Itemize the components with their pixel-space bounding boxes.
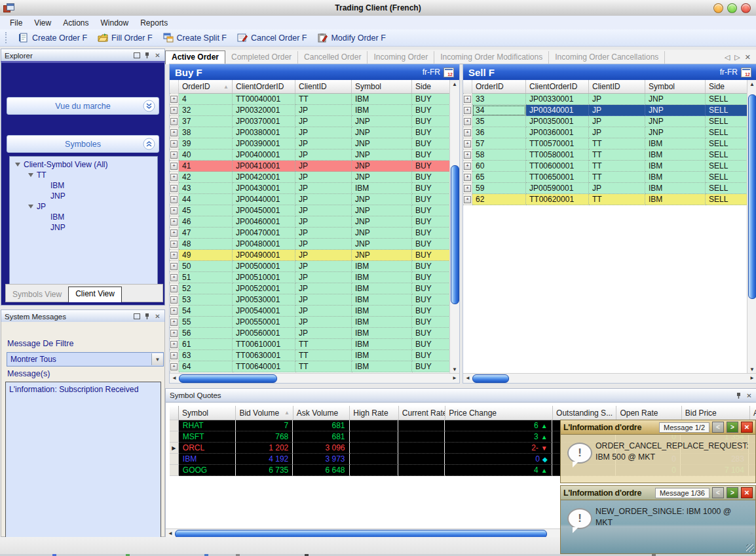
column-header-orderid[interactable]: OrderID xyxy=(472,80,526,94)
order-row-65[interactable]: +65TT00650001TTIBMSELL xyxy=(463,172,747,183)
order-row-64[interactable]: +64TT00640001TTIBMBUY xyxy=(170,361,450,372)
close-popup-button[interactable]: ✕ xyxy=(741,487,753,498)
order-row-53[interactable]: +53JP00530001JPIBMBUY xyxy=(170,294,450,306)
expand-row-icon[interactable]: + xyxy=(464,185,471,192)
expand-row-icon[interactable]: + xyxy=(170,363,178,370)
float-window-icon[interactable] xyxy=(133,313,140,320)
expand-row-icon[interactable]: + xyxy=(170,252,178,259)
column-header-outstanding-s-[interactable]: Outstanding S... xyxy=(553,406,616,420)
expand-row-icon[interactable]: + xyxy=(170,151,178,159)
column-header-price-change[interactable]: Price Change xyxy=(445,406,553,420)
order-row-56[interactable]: +56JP00560001JPIBMBUY xyxy=(170,328,450,339)
calendar-icon[interactable] xyxy=(741,68,751,77)
order-row-37[interactable]: +37JP00370001JPJNPBUY xyxy=(170,116,450,127)
order-row-46[interactable]: +46JP00460001JPJNPBUY xyxy=(170,216,450,228)
expand-row-icon[interactable]: + xyxy=(170,330,178,337)
tree-item-client-symbol-view-all-[interactable]: Client-Symbol View (All) xyxy=(10,159,157,170)
sell-vertical-scrollbar[interactable]: ▲▼ xyxy=(747,80,756,374)
expand-row-icon[interactable]: + xyxy=(170,285,178,292)
buy-horizontal-scrollbar[interactable]: ◄► xyxy=(170,373,459,383)
close-panel-icon[interactable]: ✕ xyxy=(154,313,161,320)
expand-row-icon[interactable]: + xyxy=(170,352,178,359)
toolbar-button-cancel-order-f[interactable]: Cancel Order F xyxy=(233,31,311,44)
tree-item-ibm[interactable]: IBM xyxy=(10,180,157,191)
row-selector-cell[interactable] xyxy=(170,465,179,476)
column-header-orderid[interactable]: OrderID▲ xyxy=(179,80,233,94)
expand-row-icon[interactable]: + xyxy=(170,140,178,148)
column-header-side[interactable]: Side xyxy=(706,80,747,94)
tree-expander-icon[interactable] xyxy=(15,163,20,167)
order-row-62[interactable]: +62TT00620001TTIBMSELL xyxy=(463,194,747,205)
sell-horizontal-scrollbar[interactable]: ◄► xyxy=(463,373,756,383)
order-row-36[interactable]: +36JP00360001JPJNPSELL xyxy=(463,127,747,138)
previous-message-button[interactable]: < xyxy=(712,487,724,498)
messages-list[interactable]: L'information: Subscription Received xyxy=(5,382,161,542)
order-row-40[interactable]: +40JP00400001JPJNPBUY xyxy=(170,149,450,161)
order-row-63[interactable]: +63TT00630001TTIBMBUY xyxy=(170,350,450,361)
close-panel-icon[interactable]: ✕ xyxy=(746,392,753,399)
row-selector-cell[interactable]: ▶ xyxy=(170,443,179,454)
column-header-bid-volume[interactable]: Bid Volume▲ xyxy=(236,406,293,420)
scroll-right-icon[interactable]: ► xyxy=(450,374,459,382)
order-row-4[interactable]: +4TT00040001TTIBMBUY xyxy=(170,94,450,105)
dropdown-arrow-icon[interactable]: ▼ xyxy=(151,353,163,365)
expand-row-icon[interactable]: + xyxy=(170,263,178,270)
order-row-42[interactable]: +42JP00420001JPJNPBUY xyxy=(170,172,450,183)
menu-item-view[interactable]: View xyxy=(28,17,57,29)
order-row-44[interactable]: +44JP00440001JPJNPBUY xyxy=(170,194,450,205)
message-list-item[interactable]: L'information: Subscription Received xyxy=(6,384,161,395)
column-header-side[interactable]: Side xyxy=(412,80,450,94)
popup-titlebar[interactable]: L'Information d'ordre Message 1/36 < > ✕ xyxy=(560,485,756,500)
column-header-ask-volume[interactable]: Ask Volume xyxy=(293,406,350,420)
tree-item-jnp[interactable]: JNP xyxy=(10,191,157,201)
scrollbar-thumb[interactable] xyxy=(472,374,509,383)
tree-expander-icon[interactable] xyxy=(28,173,33,177)
expand-row-icon[interactable]: + xyxy=(170,274,178,281)
column-header-symbol[interactable]: Symbol xyxy=(179,406,236,420)
menu-item-reports[interactable]: Reports xyxy=(134,17,174,29)
expand-row-icon[interactable]: + xyxy=(464,196,471,203)
resize-grip[interactable] xyxy=(746,544,754,552)
scrollbar-thumb[interactable] xyxy=(179,374,277,383)
buy-vertical-scrollbar[interactable]: ▲▼ xyxy=(449,80,459,374)
tab-client-view[interactable]: Client View xyxy=(68,287,122,302)
scroll-tabs-left-icon[interactable]: ◁ xyxy=(725,53,730,62)
tab-cancelled-order[interactable]: Cancelled Order xyxy=(298,51,368,64)
chevron-double-up-icon[interactable] xyxy=(143,138,155,152)
order-row-35[interactable]: +35JP00350001JPJNPSELL xyxy=(463,116,747,127)
toolbar-button-modify-order-f[interactable]: Modify Order F xyxy=(312,31,390,44)
expand-row-icon[interactable]: + xyxy=(464,140,471,148)
market-view-button[interactable]: Vue du marche xyxy=(7,97,159,115)
toolbar-button-fill-order-f[interactable]: Fill Order F xyxy=(93,31,157,44)
order-row-33[interactable]: +33JP00330001JPJNPSELL xyxy=(463,94,747,105)
expand-row-icon[interactable]: + xyxy=(464,118,471,125)
scrollbar-thumb[interactable] xyxy=(451,165,459,304)
expand-row-icon[interactable]: + xyxy=(170,185,178,192)
toolbar-button-create-split-f[interactable]: Create Split F xyxy=(159,31,231,44)
menu-item-window[interactable]: Window xyxy=(95,17,135,29)
scroll-left-icon[interactable]: ◄ xyxy=(170,374,179,382)
order-row-61[interactable]: +61TT00610001TTIBMBUY xyxy=(170,339,450,350)
tab-symbols-view[interactable]: Symbols View xyxy=(6,288,68,302)
expand-row-icon[interactable]: + xyxy=(170,196,178,203)
tree-item-jnp[interactable]: JNP xyxy=(10,222,157,233)
expand-row-icon[interactable]: + xyxy=(464,96,471,103)
tree-item-ibm[interactable]: IBM xyxy=(10,212,157,222)
tab-incoming-order[interactable]: Incoming Order xyxy=(368,51,434,64)
order-row-60[interactable]: +60TT00600001TTIBMSELL xyxy=(463,161,747,172)
scroll-right-icon[interactable]: ► xyxy=(747,374,756,382)
tree-expander-icon[interactable] xyxy=(28,205,33,208)
tab-incoming-order-cancellations[interactable]: Incoming Order Cancellations xyxy=(549,51,665,64)
close-panel-icon[interactable]: ✕ xyxy=(154,52,161,59)
order-row-49[interactable]: +49JP00490001JPJNPBUY xyxy=(170,250,450,261)
order-row-43[interactable]: +43JP00430001JPIBMBUY xyxy=(170,183,450,194)
scroll-tabs-right-icon[interactable]: ▷ xyxy=(734,53,740,62)
order-row-34[interactable]: +34JP00340001JPJNPSELL xyxy=(463,105,747,116)
column-header-a[interactable]: A xyxy=(750,406,756,420)
expand-row-icon[interactable]: + xyxy=(170,96,178,103)
order-row-57[interactable]: +57TT00570001TTIBMSELL xyxy=(463,138,747,149)
expand-row-icon[interactable]: + xyxy=(464,151,471,159)
close-popup-button[interactable]: ✕ xyxy=(741,422,753,433)
order-row-38[interactable]: +38JP00380001JPJNPBUY xyxy=(170,127,450,138)
tab-completed-order[interactable]: Completed Order xyxy=(225,51,298,64)
